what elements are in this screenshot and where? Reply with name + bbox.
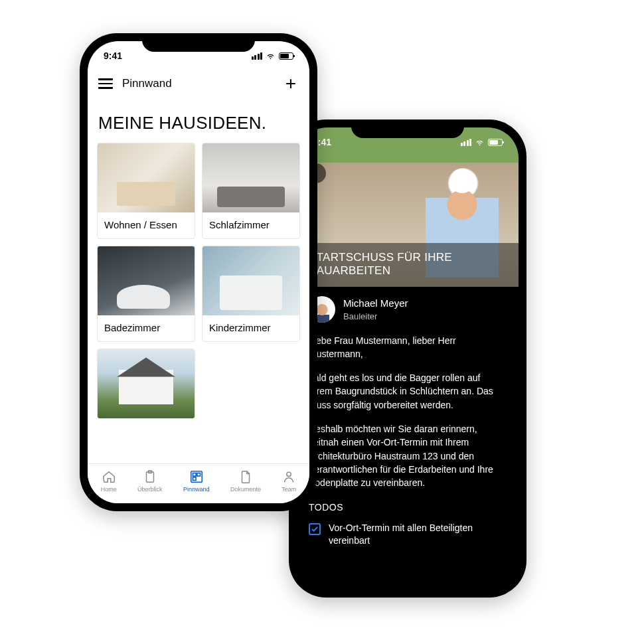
card-thumb xyxy=(98,246,195,315)
tab-label: Dokumente xyxy=(230,486,261,493)
home-icon xyxy=(102,469,116,484)
todo-item[interactable]: Vor-Ort-Termin mit allen Beteiligten ver… xyxy=(309,522,507,548)
svg-rect-3 xyxy=(193,473,196,477)
card-wohnen[interactable]: Wohnen / Essen xyxy=(97,143,195,239)
card-label: Kinderzimmer xyxy=(202,315,299,341)
card-label: Badezimmer xyxy=(98,315,195,341)
page-title: MEINE HAUSIDEEN. xyxy=(88,97,309,143)
card-haus[interactable] xyxy=(97,349,195,419)
tab-label: Überblick xyxy=(137,486,163,493)
tab-pinnwand[interactable]: Pinnwand xyxy=(183,469,210,493)
paragraph: Liebe Frau Mustermann, lieber Herr Muste… xyxy=(309,334,507,361)
status-time: 9:41 xyxy=(104,50,122,61)
nav-title: Pinnwand xyxy=(122,77,172,90)
card-thumb xyxy=(98,143,195,212)
todo-text: Vor-Ort-Termin mit allen Beteiligten ver… xyxy=(329,522,507,548)
tab-ueberblick[interactable]: Überblick xyxy=(137,469,163,493)
document-icon xyxy=(238,469,253,484)
tab-bar: Home Überblick Pinnwand Dokumente Team xyxy=(88,463,309,503)
card-label: Schlafzimmer xyxy=(202,212,299,238)
idea-grid: Wohnen / Essen Schlafzimmer Badezimmer K… xyxy=(88,143,309,419)
card-thumb xyxy=(202,246,299,315)
tab-label: Home xyxy=(101,486,117,493)
checkbox-icon[interactable] xyxy=(309,523,321,535)
wifi-icon xyxy=(266,52,276,60)
svg-rect-4 xyxy=(197,473,201,477)
svg-rect-5 xyxy=(193,477,196,481)
board-icon xyxy=(189,469,204,484)
add-button[interactable]: + xyxy=(285,74,296,93)
card-kinderzimmer[interactable]: Kinderzimmer xyxy=(202,246,300,342)
phone-pinnwand: 9:41 Pinnwand + MEINE HAUSIDEEN. Wohnen … xyxy=(80,33,317,511)
card-thumb xyxy=(98,349,195,418)
device-notch xyxy=(351,120,464,138)
signal-icon xyxy=(461,139,472,146)
tab-label: Pinnwand xyxy=(183,486,210,493)
card-badezimmer[interactable]: Badezimmer xyxy=(97,246,195,342)
tab-home[interactable]: Home xyxy=(101,469,117,493)
paragraph: bald geht es los und die Bagger rollen a… xyxy=(309,371,507,412)
menu-icon[interactable] xyxy=(98,78,113,89)
phone-detail: 9:41 STARTSCHUSS FÜR IHRE BAUARBEITEN Mi… xyxy=(289,120,526,598)
battery-icon xyxy=(279,52,293,60)
tab-dokumente[interactable]: Dokumente xyxy=(230,469,261,493)
tab-label: Team xyxy=(282,486,296,493)
author-role: Bauleiter xyxy=(343,311,408,323)
card-label: Wohnen / Essen xyxy=(98,212,195,238)
battery-icon xyxy=(488,139,503,146)
author-block[interactable]: Michael Meyer Bauleiter xyxy=(309,296,507,323)
check-icon xyxy=(311,525,319,533)
tab-team[interactable]: Team xyxy=(282,469,296,493)
wifi-icon xyxy=(475,138,485,146)
signal-icon xyxy=(252,52,263,60)
paragraph: Deshalb möchten wir Sie daran erinnern, … xyxy=(309,422,507,489)
status-icons xyxy=(461,138,503,146)
clipboard-icon xyxy=(143,469,157,484)
card-thumb xyxy=(202,143,299,212)
card-schlafzimmer[interactable]: Schlafzimmer xyxy=(202,143,300,239)
detail-body: Michael Meyer Bauleiter Liebe Frau Muste… xyxy=(297,287,519,548)
status-icons xyxy=(252,52,294,60)
nav-bar: Pinnwand + xyxy=(88,70,309,97)
device-notch xyxy=(142,33,255,52)
todos-heading: TODOS xyxy=(309,501,507,514)
person-icon xyxy=(282,469,296,484)
author-name: Michael Meyer xyxy=(343,296,408,311)
svg-point-6 xyxy=(287,472,291,476)
hero-title: STARTSCHUSS FÜR IHRE BAUARBEITEN xyxy=(297,243,519,287)
